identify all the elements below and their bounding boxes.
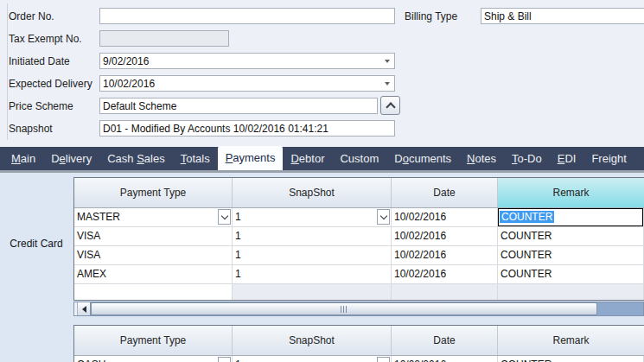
remark-cell-editing[interactable]: COUNTER [498, 208, 644, 226]
empty-row[interactable] [74, 284, 644, 300]
payment-type-dropdown-button[interactable] [218, 357, 231, 362]
date-cell[interactable]: 10/02/2016 [392, 227, 498, 245]
column-header-remark-selected[interactable]: Remark [498, 178, 644, 207]
cash-grid: Payment Type SnapShot Date Remark CASH 1… [73, 325, 644, 362]
payment-type-cell[interactable]: CASH [74, 356, 233, 362]
column-header-date[interactable]: Date [392, 326, 498, 355]
empty-remark-cell [498, 284, 644, 300]
initiated-date-input[interactable] [99, 53, 395, 69]
panel-divider [7, 3, 8, 140]
snapshot-cell[interactable]: 1 [233, 246, 392, 264]
table-row: VISA 1 10/02/2016 COUNTER [74, 246, 644, 265]
expected-delivery-label: Expected Delivery [9, 78, 92, 90]
column-header-remark[interactable]: Remark [498, 326, 644, 355]
date-cell[interactable]: 10/02/2016 [392, 356, 498, 362]
snapshot-cell[interactable]: 1 [233, 208, 392, 226]
column-header-date[interactable]: Date [392, 178, 498, 207]
billing-type-input[interactable] [481, 8, 644, 24]
expected-delivery-combo[interactable] [99, 75, 395, 92]
tab-delivery[interactable]: Delivery [43, 147, 99, 170]
table-row: MASTER 1 10/02/2016 COUNTER [74, 208, 644, 227]
billing-type-label: Billing Type [405, 10, 457, 22]
initiated-date-combo[interactable] [99, 53, 395, 69]
tab-notes[interactable]: Notes [459, 147, 504, 170]
tab-debtor[interactable]: Debtor [283, 147, 332, 170]
snapshot-cell[interactable]: 1 [233, 265, 392, 283]
scrollbar-thumb[interactable] [91, 302, 597, 315]
grip-icon [341, 306, 348, 313]
expected-delivery-input[interactable] [99, 75, 395, 92]
scrollbar-track[interactable] [597, 302, 643, 315]
empty-date-cell [392, 284, 498, 300]
table-row: CASH 1 10/02/2016 COUNTER [74, 356, 644, 362]
tab-strip: Main Delivery Cash Sales Totals Payments… [0, 147, 644, 170]
order-no-label: Order No. [9, 10, 54, 22]
date-cell[interactable]: 10/02/2016 [392, 246, 498, 264]
payment-type-dropdown-button[interactable] [218, 209, 231, 225]
price-scheme-label: Price Scheme [9, 100, 73, 112]
snapshot-input[interactable] [99, 120, 395, 137]
column-header-snapshot[interactable]: SnapShot [233, 326, 392, 355]
payments-panel: Credit Card Payment Type SnapShot Date R… [0, 170, 644, 362]
credit-card-group-label: Credit Card [0, 238, 73, 250]
date-cell[interactable]: 10/02/2016 [392, 265, 498, 283]
tab-payments[interactable]: Payments [218, 146, 284, 170]
column-header-payment-type[interactable]: Payment Type [74, 326, 233, 355]
collapse-header-button[interactable] [380, 96, 400, 115]
remark-cell[interactable]: COUNTER [498, 265, 644, 283]
dropdown-arrow-icon[interactable] [385, 82, 390, 86]
column-header-snapshot[interactable]: SnapShot [233, 178, 392, 207]
initiated-date-label: Initiated Date [9, 55, 70, 67]
snapshot-label: Snapshot [9, 123, 53, 135]
grid-header-row: Payment Type SnapShot Date Remark [74, 326, 644, 356]
chevron-up-icon [386, 102, 395, 111]
remark-cell[interactable]: COUNTER [498, 246, 644, 264]
tab-documents[interactable]: Documents [386, 147, 459, 170]
payment-type-cell[interactable]: MASTER [74, 208, 233, 226]
remark-cell[interactable]: COUNTER [498, 227, 644, 245]
snapshot-dropdown-button[interactable] [377, 209, 390, 225]
payment-type-cell[interactable]: VISA [74, 227, 233, 245]
remark-cell[interactable]: COUNTER [498, 356, 644, 362]
order-no-input[interactable] [99, 8, 395, 24]
horizontal-scrollbar[interactable] [73, 302, 644, 316]
empty-snapshot-cell [233, 284, 392, 300]
date-cell[interactable]: 10/02/2016 [392, 208, 498, 226]
tab-main[interactable]: Main [3, 147, 43, 170]
snapshot-dropdown-button[interactable] [377, 357, 390, 362]
tab-edi[interactable]: EDI [550, 147, 584, 170]
chevron-down-icon [379, 212, 386, 219]
scroll-left-button[interactable] [78, 302, 91, 315]
tax-exempt-label: Tax Exempt No. [9, 33, 82, 45]
snapshot-cell[interactable]: 1 [233, 227, 392, 245]
selected-text: COUNTER [500, 211, 554, 223]
snapshot-cell[interactable]: 1 [233, 356, 392, 362]
empty-payment-type-cell[interactable] [74, 284, 233, 300]
payment-type-cell[interactable]: VISA [74, 246, 233, 264]
credit-card-grid: Payment Type SnapShot Date Remark MASTER… [73, 177, 644, 301]
tab-to-do[interactable]: To-Do [504, 147, 550, 170]
grid-header-row: Payment Type SnapShot Date Remark [74, 178, 644, 208]
price-scheme-input[interactable] [99, 98, 378, 114]
tab-cash-sales[interactable]: Cash Sales [99, 147, 173, 170]
tab-freight[interactable]: Freight [583, 147, 634, 170]
table-row: AMEX 1 10/02/2016 COUNTER [74, 265, 644, 284]
tab-custom[interactable]: Custom [332, 147, 386, 170]
arrow-left-icon [82, 306, 86, 313]
table-row: VISA 1 10/02/2016 COUNTER [74, 227, 644, 246]
dropdown-arrow-icon[interactable] [385, 60, 390, 63]
tab-totals[interactable]: Totals [173, 147, 218, 170]
chevron-down-icon [220, 212, 227, 219]
column-header-payment-type[interactable]: Payment Type [74, 178, 233, 207]
tax-exempt-input [99, 30, 229, 47]
payment-type-cell[interactable]: AMEX [74, 265, 233, 283]
